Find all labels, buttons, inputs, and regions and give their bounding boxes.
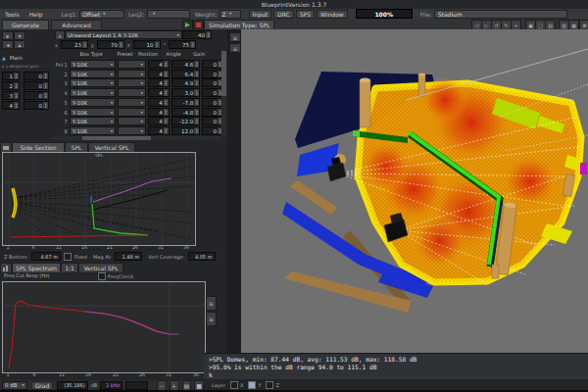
spinner-arrows[interactable] [155,41,160,48]
angle-spinner[interactable]: 6.4 [172,70,201,78]
sources-button-1[interactable]: ▸ [2,31,14,40]
angle-spinner[interactable]: 3.0 [172,88,201,97]
layout-dropdown[interactable]: Unsaved Layout 1 A Y-10K [65,30,182,39]
spinner-arrows[interactable] [14,73,19,79]
frequency-response-plot[interactable] [2,281,206,373]
box-type-dropdown[interactable]: Y-10K [70,108,116,117]
gain-spinner[interactable]: 0 [202,108,223,117]
coord-x-spinner[interactable]: 23 [61,40,88,49]
spinner-arrows[interactable] [194,118,199,124]
spinner-arrows[interactable] [14,92,19,99]
minus-button[interactable]: − [157,380,167,391]
box-type-dropdown[interactable]: Y-10K [70,70,116,78]
axis-toggle-y[interactable]: Y [248,381,261,389]
spinner-arrows[interactable] [194,99,199,106]
position-spinner[interactable]: 4 [148,60,170,69]
empty-field[interactable] [125,381,148,390]
preset-dropdown[interactable] [118,70,146,78]
table-horizontal-scrollbar[interactable] [53,136,221,140]
position-spinner[interactable]: 4 [148,98,170,107]
position-spinner[interactable]: 4 [148,88,170,97]
source-row2-value[interactable]: 0 [24,81,49,90]
coord-z-spinner[interactable]: 10 [133,40,161,49]
spinner-arrows[interactable] [194,61,199,68]
leq1-combo[interactable]: Offset [79,10,124,19]
gain-spinner[interactable]: 0 [202,126,223,135]
sources-button-3[interactable]: ◂ [2,40,14,49]
axis-toggle-x[interactable]: X [230,381,243,389]
spinner-arrows[interactable] [43,102,48,109]
position-spinner[interactable]: 4 [148,117,170,125]
table-vertical-scrollbar[interactable] [221,51,226,136]
leq2-combo[interactable] [147,10,190,19]
spinner-arrows[interactable] [194,71,199,77]
coverage-field[interactable]: 4.05 m [188,252,216,261]
spinner-arrows[interactable] [194,127,199,134]
y-axis-checkbox[interactable] [248,381,256,389]
gain-spinner[interactable]: 0 [202,117,223,125]
preset-dropdown[interactable] [118,60,146,69]
source-row1-x[interactable]: 1 [2,72,20,80]
angle-spinner[interactable]: -4.8 [172,108,201,117]
weight-combo[interactable]: Z [220,10,241,19]
spinner-arrows[interactable] [194,89,199,96]
source-row4-value[interactable]: 0 [24,101,49,110]
spinner-arrows[interactable] [164,109,169,116]
box-type-dropdown[interactable]: Y-10K [70,88,116,97]
gain-spinner[interactable]: 0 [202,98,223,107]
menu-tools[interactable]: Tools [0,11,24,18]
angle-spinner[interactable]: 4.9 [172,78,201,87]
preset-dropdown[interactable] [118,98,146,107]
spinner-arrows[interactable] [164,127,169,134]
preset-dropdown[interactable] [118,108,146,117]
z-axis-checkbox[interactable] [266,381,273,389]
sps-button[interactable]: SPS [296,10,315,19]
spinner-arrows[interactable] [164,99,169,106]
axis-toggle-z[interactable]: Z [266,381,278,389]
splitter-button-2[interactable]: ≡ [229,43,241,53]
source-row4-x[interactable]: 4 [2,101,20,110]
spinner-arrows[interactable] [164,118,169,124]
spinner-arrows[interactable] [194,109,199,116]
freqcheck-checkbox[interactable] [98,272,106,280]
sources-button-2[interactable]: ▾ [14,31,25,40]
spinner-arrows[interactable] [164,61,169,68]
position-spinner[interactable]: 4 [148,108,170,117]
drc-button[interactable]: DRC [273,10,294,19]
angle-spinner[interactable]: -7.8 [172,98,201,107]
coord-y-spinner[interactable]: 70 [97,40,124,49]
tab-one-to-one[interactable]: 1:1 [61,263,78,273]
z-bottom-field[interactable]: 4.67 m [31,252,61,261]
gain-spinner[interactable]: 0 [202,78,223,87]
save-icon[interactable]: ▤ [182,380,192,391]
window-button[interactable]: Window [317,10,348,19]
box-type-dropdown[interactable]: Y-10K [70,60,116,69]
3d-viewport[interactable] [241,29,588,353]
box-type-dropdown[interactable]: Y-10K [70,98,116,107]
box-type-dropdown[interactable]: Y-10K [70,126,116,135]
db-scale-dropdown[interactable]: 0 dB [2,381,27,390]
position-spinner[interactable]: 4 [148,78,170,87]
spinner-arrows[interactable] [43,92,48,99]
splitter-button-1[interactable]: ≡ [229,32,241,42]
section-view-plot[interactable]: SPL [2,152,196,246]
spinner-arrows[interactable] [190,41,195,48]
scrollbar-thumb[interactable] [82,136,151,140]
plus-button[interactable]: + [170,380,179,391]
gain-spinner[interactable]: 0 [202,60,223,69]
source-row2-x[interactable]: 2 [2,81,20,90]
gain-spinner[interactable]: 0 [202,70,223,78]
preset-dropdown[interactable] [118,88,146,97]
coord-rot-spinner[interactable]: 75 [169,40,196,49]
source-row3-x[interactable]: 3 [2,91,20,100]
plot-side-button-1[interactable]: ≡ [206,296,217,311]
preset-dropdown[interactable] [118,126,146,135]
box-type-dropdown[interactable]: Y-10K [70,78,116,87]
grad-button[interactable]: Grad [31,381,54,390]
add-layout-button[interactable]: + [55,30,65,40]
x-axis-checkbox[interactable] [230,381,238,389]
spinner-arrows[interactable] [43,73,48,79]
file-name-input[interactable]: Stadium [434,10,567,19]
spinner-arrows[interactable] [194,79,199,86]
spinner-arrows[interactable] [164,79,169,86]
